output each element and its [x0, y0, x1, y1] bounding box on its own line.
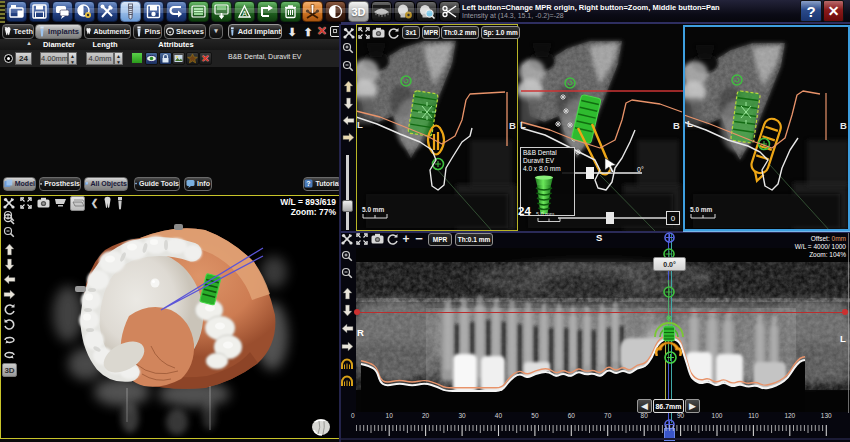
svg-text:?: ? [307, 180, 311, 187]
